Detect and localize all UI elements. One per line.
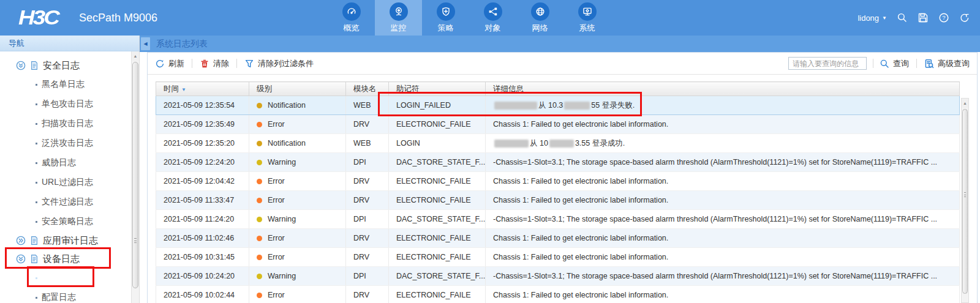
level-cell: Error <box>249 248 346 267</box>
log-table: 时间▼级别模块名助记符详细信息 2021-05-09 12:35:54Notif… <box>156 81 960 303</box>
sidebar-item-file-filter-log[interactable]: 文件过滤日志 <box>0 192 131 212</box>
mnemonic-cell: ELECTRONIC_FAILE <box>389 191 486 210</box>
sidebar-item-single-packet-attack-log[interactable]: 单包攻击日志 <box>0 94 131 114</box>
column-header[interactable]: 详细信息 <box>486 82 960 96</box>
level-cell: Error <box>249 115 346 134</box>
sidebar-item-blacklist-log[interactable]: 黑名单日志 <box>0 75 131 94</box>
sidebar-item-flood-attack-log[interactable]: 泛洪攻击日志 <box>0 133 131 153</box>
nav-item-network[interactable]: 网络 <box>516 0 564 36</box>
table-row[interactable]: 2021-05-09 11:02:46ErrorDRVELECTRONIC_FA… <box>156 229 960 248</box>
time-cell: 2021-05-09 11:02:46 <box>156 229 249 248</box>
sidebar-item-label: 单包攻击日志 <box>42 99 93 110</box>
module-cell: WEB <box>346 96 389 115</box>
table-row[interactable]: 2021-05-09 12:35:54NotificationWEBLOGIN_… <box>156 96 960 115</box>
table-row[interactable]: 2021-05-09 10:02:44ErrorDRVELECTRONIC_FA… <box>156 286 960 303</box>
sidebar-item-system-log[interactable]: 系统日志 <box>0 268 131 288</box>
sidebar-item-security-log[interactable]: 安全日志 <box>0 56 131 75</box>
bullet-icon <box>36 162 37 164</box>
user-menu[interactable]: lidong ▼ <box>858 13 887 23</box>
table-row[interactable]: 2021-05-09 11:24:20WarningDPIDAC_STORE_S… <box>156 210 960 229</box>
nav-item-label: 网络 <box>532 23 548 34</box>
chevrons-circle-right-icon[interactable] <box>16 236 26 245</box>
scroll-up-arrow-icon[interactable]: ▲ <box>962 99 968 108</box>
table-row[interactable]: 2021-05-09 12:35:49ErrorDRVELECTRONIC_FA… <box>156 115 960 134</box>
advanced-query-button[interactable]: 高级查询 <box>924 58 970 69</box>
nav-item-objects[interactable]: 对象 <box>469 0 516 36</box>
level-label: Error <box>268 196 285 204</box>
chevrons-circle-down-icon[interactable] <box>16 61 26 70</box>
time-cell: 2021-05-09 12:24:20 <box>156 153 249 172</box>
sidebar-item-url-filter-log[interactable]: URL过滤日志 <box>0 173 131 192</box>
nav-item-label: 概览 <box>344 23 360 34</box>
level-dot-icon <box>257 293 262 298</box>
log-doc-icon <box>29 236 39 245</box>
table-row[interactable]: 2021-05-09 10:24:20WarningDPIDAC_STORE_S… <box>156 267 960 286</box>
column-header[interactable]: 级别 <box>249 82 346 96</box>
search-input[interactable] <box>788 57 867 70</box>
table-row[interactable]: 2021-05-09 12:24:20WarningDPIDAC_STORE_S… <box>156 153 960 172</box>
column-header[interactable]: 时间▼ <box>156 82 249 96</box>
column-header[interactable]: 助记符 <box>389 82 486 96</box>
mnemonic-cell: DAC_STORE_STATE_F... <box>389 267 486 286</box>
sidebar-item-security-policy-log[interactable]: 安全策略日志 <box>0 212 131 231</box>
sidebar-item-label: 安全策略日志 <box>42 216 93 227</box>
table-row[interactable]: 2021-05-09 10:31:45ErrorDRVELECTRONIC_FA… <box>156 248 960 267</box>
table-header-row: 时间▼级别模块名助记符详细信息 <box>156 82 960 96</box>
column-header[interactable]: 模块名 <box>346 82 389 96</box>
sidebar-item-config-log[interactable]: 配置日志 <box>0 288 131 303</box>
time-cell: 2021-05-09 12:04:42 <box>156 172 249 191</box>
table-row[interactable]: 2021-05-09 12:04:42ErrorDRVELECTRONIC_FA… <box>156 172 960 191</box>
chevrons-circle-down-icon[interactable] <box>16 254 26 264</box>
collapse-sidebar-button[interactable]: ◀ <box>141 37 150 50</box>
table-row[interactable]: 2021-05-09 12:35:20NotificationWEBLOGIN从… <box>156 134 960 153</box>
column-header-label: 级别 <box>257 84 272 93</box>
sidebar-item-device-log[interactable]: 设备日志 <box>0 250 131 268</box>
bullet-icon <box>36 84 37 86</box>
detail-cell: Chassis 1: Failed to get electronic labe… <box>486 286 960 303</box>
help-icon[interactable]: ? <box>938 12 949 23</box>
detail-cell: 从 10.355 登录失败. <box>486 96 960 115</box>
bullet-icon <box>36 123 37 125</box>
page-title: 系统日志列表 <box>156 39 208 50</box>
log-doc-icon <box>29 61 39 70</box>
log-table-wrap: 时间▼级别模块名助记符详细信息 2021-05-09 12:35:54Notif… <box>156 81 960 303</box>
nav-item-overview[interactable]: 概览 <box>328 0 375 36</box>
clear-filter-button[interactable]: 清除列过滤条件 <box>244 58 314 69</box>
level-label: Error <box>268 291 285 299</box>
username-label: lidong <box>858 13 879 23</box>
sidebar-item-app-audit-log[interactable]: 应用审计日志 <box>0 231 131 250</box>
module-cell: DRV <box>346 248 389 267</box>
sidebar-scrollbar[interactable]: ▲ <box>131 51 139 303</box>
bullet-icon <box>36 182 37 184</box>
mnemonic-cell: ELECTRONIC_FAILE <box>389 115 486 134</box>
refresh-label: 刷新 <box>168 58 184 69</box>
table-scrollbar[interactable]: ▲ <box>961 98 969 303</box>
nav-item-monitor[interactable]: 监控 <box>375 0 422 36</box>
nav-item-policy[interactable]: 策略 <box>422 0 469 36</box>
redacted-blur <box>549 140 574 148</box>
table-row[interactable]: 2021-05-09 11:33:47ErrorDRVELECTRONIC_FA… <box>156 191 960 210</box>
clear-button[interactable]: 清除 <box>200 58 229 69</box>
detail-text: Chassis 1: Failed to get electronic labe… <box>493 291 668 299</box>
save-icon[interactable] <box>918 12 929 23</box>
level-label: Warning <box>268 158 296 166</box>
sidebar-item-threat-log[interactable]: 威胁日志 <box>0 153 131 173</box>
detail-cell: Chassis 1: Failed to get electronic labe… <box>486 115 960 134</box>
level-cell: Notification <box>249 96 346 115</box>
module-cell: DPI <box>346 153 389 172</box>
detail-cell: 从 103.55 登录成功. <box>486 134 960 153</box>
time-cell: 2021-05-09 10:24:20 <box>156 267 249 286</box>
search-icon[interactable] <box>897 12 908 23</box>
bullet-icon <box>36 297 37 299</box>
redacted-blur <box>494 102 537 110</box>
main-nav: 概览监控策略对象网络系统 <box>328 0 611 36</box>
sidebar-item-scan-attack-log[interactable]: 扫描攻击日志 <box>0 114 131 133</box>
scroll-up-arrow-icon[interactable]: ▲ <box>132 51 139 61</box>
query-button[interactable]: 查询 <box>880 58 909 69</box>
nav-item-system[interactable]: 系统 <box>564 0 611 36</box>
refresh-button[interactable]: 刷新 <box>155 58 184 69</box>
logout-icon[interactable] <box>959 12 970 23</box>
level-label: Error <box>268 253 285 261</box>
sidebar-scrollbar-thumb[interactable] <box>132 62 138 288</box>
table-scrollbar-thumb[interactable] <box>962 109 968 294</box>
